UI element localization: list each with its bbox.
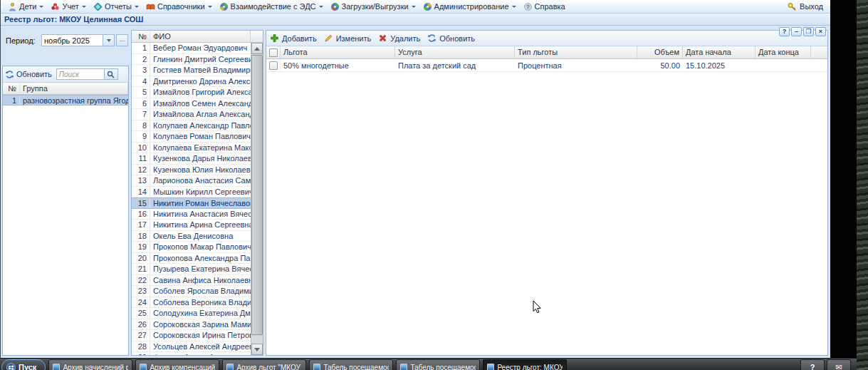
taskbar-app-button[interactable]: Архив компенсаций "МКОУ...	[135, 359, 219, 370]
column-header-date-start[interactable]: Дата начала	[683, 46, 755, 58]
column-header-num[interactable]: №	[132, 31, 150, 42]
tray-mail-button[interactable]: ✉	[827, 359, 851, 370]
child-row[interactable]: 26 Сороковская Зарина Мамиконов...	[132, 319, 251, 331]
menu-label: Учет	[62, 2, 79, 11]
child-row[interactable]: 19 Прокопов Макар Павлович	[132, 242, 251, 253]
child-row[interactable]: 22 Савина Анфиса Николаевна	[132, 275, 251, 287]
tray-help-button[interactable]: ?	[800, 359, 825, 370]
restore-button[interactable]: ❐	[803, 27, 814, 36]
period-dropdown-button[interactable]	[103, 34, 115, 46]
child-name: Измайлов Григорий Александро...	[150, 88, 251, 96]
start-button[interactable]: Пуск	[1, 359, 46, 370]
panel-help-button[interactable]: ?	[779, 27, 790, 36]
benefit-row[interactable]: 50% многодетные Плата за детский сад Про…	[266, 59, 827, 72]
groups-toolbar: Обновить	[3, 66, 128, 83]
child-row[interactable]: 10 Колупаева Екатерина Максимов...	[132, 143, 251, 154]
column-header-service[interactable]: Услуга	[395, 46, 515, 58]
child-row[interactable]: 14 Мышкин Кирилл Сергеевич	[132, 187, 251, 198]
child-name: Солодухина Екатерина Дмитрие...	[150, 309, 251, 317]
child-row[interactable]: 21 Пузырева Екатерина Вячеславо...	[132, 264, 251, 275]
minimize-button[interactable]: –	[791, 27, 802, 36]
menu-administrirovanie[interactable]: Администрирование	[419, 0, 520, 13]
child-row[interactable]: 1 Вебер Роман Эдуардович	[132, 43, 251, 54]
desktop-wallpaper-edge	[857, 0, 868, 370]
child-row[interactable]: 11 Кузенкова Дарья Николаевна	[132, 153, 251, 165]
taskbar-app-button[interactable]: Табель посещаемости в разр...	[396, 359, 480, 370]
exit-button[interactable]: Выход	[780, 2, 830, 11]
child-row[interactable]: 12 Кузенкова Юлия Николаевна	[132, 165, 251, 176]
benefit-type: Процентная	[515, 61, 637, 70]
column-header-group[interactable]: Группа	[20, 83, 128, 94]
delete-button[interactable]: Удалить	[378, 34, 420, 43]
child-row[interactable]: 18 Окель Ева Денисовна	[132, 231, 251, 242]
child-name: Гостяев Матвей Владимирович	[150, 66, 251, 74]
groups-refresh-button[interactable]: Обновить	[5, 70, 52, 79]
close-button[interactable]: ×	[815, 27, 826, 36]
column-header-volume[interactable]: Объем	[637, 46, 683, 58]
period-more-button[interactable]: ...	[116, 34, 128, 46]
child-num: 20	[132, 253, 150, 264]
menu-zagruzki[interactable]: Загрузки/Выгрузки	[327, 0, 419, 13]
column-header-num[interactable]: №	[3, 83, 20, 94]
column-header-type[interactable]: Тип льготы	[515, 46, 637, 58]
child-row[interactable]: 25 Солодухина Екатерина Дмитрие...	[132, 308, 251, 319]
group-row[interactable]: 1 разновозрастная группа Ягодки	[3, 95, 128, 106]
menu-spravochniki[interactable]: Справочники	[142, 0, 216, 13]
child-row[interactable]: 2 Глинкин Дмитрий Сергеевич	[132, 54, 251, 66]
help-icon: ?	[523, 2, 533, 11]
menu-otchety[interactable]: Отчеты	[90, 0, 142, 13]
child-row[interactable]: 5 Измайлов Григорий Александро...	[132, 87, 251, 98]
group-search-input[interactable]	[56, 68, 105, 80]
key-icon	[788, 2, 797, 11]
child-row[interactable]: 27 Сороковская Ирина Петровна	[132, 330, 251, 341]
child-row[interactable]: 8 Колупаев Александр Павлович	[132, 120, 251, 132]
menu-spravka[interactable]: ? Справка	[520, 0, 569, 13]
child-name: Пузырева Екатерина Вячеславо...	[150, 264, 251, 273]
benefits-table-header: Льгота Услуга Тип льготы Объем Дата нача…	[266, 46, 827, 59]
menu-deti[interactable]: Дети	[4, 0, 47, 13]
scroll-down-button[interactable]	[251, 344, 263, 355]
child-row[interactable]: 24 Соболева Вероника Владимиро...	[132, 297, 251, 309]
column-header-benefit[interactable]: Льгота	[281, 46, 395, 58]
scrollbar-thumb[interactable]	[251, 55, 263, 335]
scroll-up-button[interactable]	[251, 43, 263, 54]
child-num: 13	[132, 175, 150, 186]
child-row[interactable]: 23 Соболев Ярослав Владимирович	[132, 286, 251, 297]
taskbar-app-label: Архив льгот "МКОУ Целинная...	[236, 364, 302, 370]
column-header-date-end[interactable]: Дата конца	[755, 46, 811, 58]
menu-eds[interactable]: Взаимодействие с ЭДС	[216, 0, 327, 13]
taskbar-app-label: Табель посещаемости в разр...	[410, 364, 476, 370]
child-row[interactable]: 9 Колупаев Роман Павлович	[132, 131, 251, 143]
row-checkbox[interactable]	[269, 61, 278, 70]
child-row[interactable]: 20 Прокопова Александра Павловна	[132, 253, 251, 264]
taskbar-app-button[interactable]: Архив льгот "МКОУ Целинная...	[222, 359, 306, 370]
chevron-down-icon	[512, 6, 516, 8]
child-row[interactable]: 3 Гостяев Матвей Владимирович	[132, 65, 251, 76]
period-combobox[interactable]	[41, 34, 103, 46]
svg-text:?: ?	[526, 4, 530, 10]
child-row[interactable]: 17 Никитина Арина Сергеевна	[132, 220, 251, 231]
child-name: Мышкин Кирилл Сергеевич	[150, 187, 251, 196]
children-scrollbar[interactable]	[251, 43, 263, 355]
child-row[interactable]: 7 Измайлова Аглая Александровна	[132, 109, 251, 120]
search-button[interactable]	[105, 68, 118, 80]
group-num: 1	[3, 96, 20, 105]
edit-button[interactable]: Изменить	[324, 34, 372, 43]
select-all-checkbox[interactable]	[269, 48, 278, 57]
taskbar-app-button[interactable]: Реестр льгот: МКОУ Целинна...	[483, 359, 567, 370]
taskbar-app-button[interactable]: Табель посещаемости	[309, 359, 393, 370]
child-row[interactable]: 4 Дмитриенко Дарина Александр...	[132, 76, 251, 88]
child-row[interactable]: 13 Ларионова Анастасия Самировна	[132, 175, 251, 187]
child-row[interactable]: 29 Фомина Алина Александровна	[132, 352, 251, 355]
child-row[interactable]: 28 Усольцев Алексей Андреевич	[132, 341, 251, 353]
menu-label: Справочники	[157, 2, 205, 11]
add-button[interactable]: Добавить	[270, 34, 317, 43]
benefits-refresh-button[interactable]: Обновить	[427, 34, 475, 43]
column-header-fio[interactable]: ФИО	[150, 31, 251, 42]
child-row[interactable]: 15 Никитин Роман Вячеславович	[132, 197, 251, 209]
child-name: Колупаев Александр Павлович	[150, 121, 251, 130]
menu-uchet[interactable]: Учет	[47, 0, 90, 13]
child-row[interactable]: 6 Измайлов Семен Александрович	[132, 98, 251, 110]
taskbar-app-button[interactable]: Архив начислений родит...	[48, 359, 132, 370]
child-row[interactable]: 16 Никитина Анастасия Вячеславо...	[132, 209, 251, 220]
